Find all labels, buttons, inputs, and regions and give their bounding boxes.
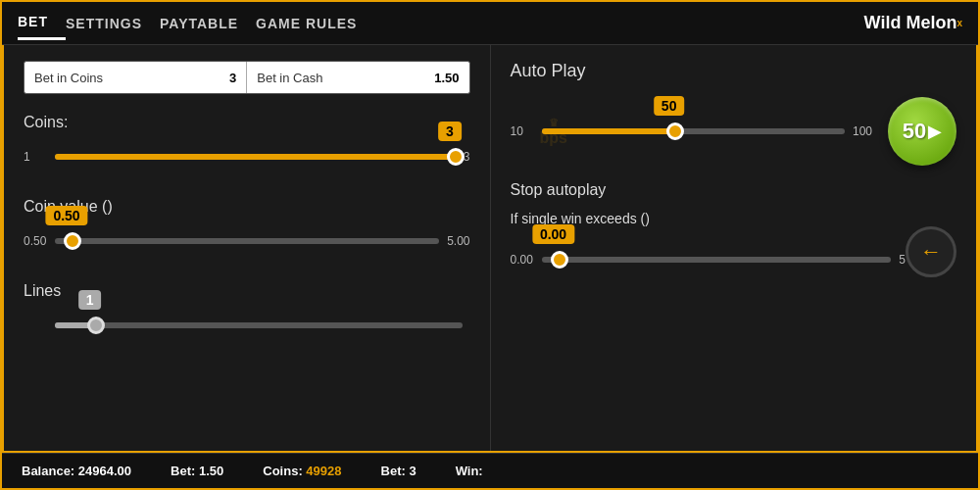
- bet2-item: Bet: 3: [381, 464, 416, 478]
- autoplay-slider-area: ♛ bps 10 50 100: [511, 114, 873, 149]
- coins-slider-section: Coins: 1 3 3: [24, 114, 470, 174]
- bottom-bar: Balance: 24964.00 Bet: 1.50 Coins: 49928…: [2, 453, 978, 488]
- coin-value-slider-wrapper[interactable]: 0.50: [55, 238, 439, 244]
- coins-max: 3: [464, 150, 470, 164]
- lines-track: [55, 322, 463, 328]
- left-panel: Bet in Coins 3 Bet in Cash 1.50 Coins: 1: [4, 45, 491, 451]
- autoplay-track-container: 10 50 100: [511, 114, 873, 149]
- autoplay-button[interactable]: 50 ▶: [888, 97, 956, 166]
- tab-settings[interactable]: SETTINGS: [66, 8, 160, 39]
- main-content: Bet in Coins 3 Bet in Cash 1.50 Coins: 1: [2, 45, 978, 453]
- single-win-slider-wrapper[interactable]: 0.00: [542, 257, 892, 263]
- tab-paytable[interactable]: PAYTABLE: [160, 8, 256, 39]
- single-win-label: If single win exceeds (): [511, 211, 957, 226]
- play-arrow-icon: ▶: [928, 121, 942, 142]
- single-win-thumb[interactable]: 0.00: [551, 251, 568, 269]
- stop-autoplay-label: Stop autoplay: [511, 181, 957, 199]
- coin-value-label: Coin value (): [24, 198, 470, 216]
- coins-label: Coins:: [24, 114, 470, 131]
- autoplay-min: 10: [511, 124, 534, 138]
- bet-cash-value: 1.50: [434, 71, 459, 85]
- back-button[interactable]: ←: [906, 226, 956, 277]
- coins-bottom-item: Coins: 49928: [263, 464, 341, 478]
- bet-item: Bet: 1.50: [171, 464, 223, 478]
- balance-item: Balance: 24964.00: [22, 464, 131, 478]
- autoplay-btn-content: 50 ▶: [903, 119, 942, 144]
- back-arrow-icon: ←: [920, 239, 942, 265]
- coin-value-slider-section: Coin value () 0.50 0.50 5.00: [24, 198, 470, 259]
- single-win-bubble: 0.00: [532, 224, 574, 244]
- single-win-slider-area: 0.00 0.00 5: [511, 242, 906, 277]
- autoplay-track: [542, 128, 845, 134]
- bet-coins-cell: Bet in Coins 3: [24, 62, 247, 93]
- coin-value-thumb[interactable]: 0.50: [64, 232, 81, 250]
- lines-slider-section: Lines 1: [24, 282, 470, 343]
- coin-value-track: [55, 238, 439, 244]
- right-panel: Auto Play ♛ bps 10: [491, 45, 977, 451]
- coin-value-max: 5.00: [447, 234, 469, 248]
- single-win-track: [542, 257, 892, 263]
- bet-value: 1.50: [199, 464, 223, 478]
- coins-min: 1: [24, 150, 47, 164]
- bet-cash-cell: Bet in Cash 1.50: [247, 62, 468, 93]
- single-win-min: 0.00: [511, 253, 534, 267]
- coins-slider-track-container: 1 3 3: [24, 139, 470, 174]
- coin-value-bubble: 0.50: [45, 206, 87, 225]
- win-label: Win:: [456, 464, 483, 478]
- coins-bottom-label: Coins:: [263, 464, 302, 478]
- lines-thumb[interactable]: 1: [87, 317, 105, 334]
- bet2-label: Bet:: [381, 464, 406, 478]
- tab-bet[interactable]: BET: [18, 6, 66, 40]
- coins-bubble: 3: [438, 122, 462, 141]
- bet-label: Bet:: [171, 464, 195, 478]
- bet-info-row: Bet in Coins 3 Bet in Cash 1.50: [24, 61, 470, 94]
- coin-value-min: 0.50: [24, 234, 47, 248]
- app-container: BET SETTINGS PAYTABLE GAME RULES Wild Me…: [0, 0, 980, 490]
- bet-coins-value: 3: [229, 71, 236, 85]
- top-nav: BET SETTINGS PAYTABLE GAME RULES Wild Me…: [2, 2, 978, 45]
- tab-game-rules[interactable]: GAME RULES: [256, 8, 374, 39]
- autoplay-max: 100: [853, 124, 872, 138]
- bet-cash-label: Bet in Cash: [257, 71, 322, 85]
- balance-label: Balance:: [22, 464, 74, 478]
- autoplay-fill: [542, 128, 675, 134]
- coins-slider-wrapper[interactable]: 3: [55, 154, 456, 160]
- autoplay-bubble: 50: [654, 96, 685, 116]
- autoplay-row: ♛ bps 10 50 100: [511, 97, 957, 166]
- app-title: Wild Melonx: [864, 13, 962, 33]
- single-win-row: 0.00 0.00 5 ←: [511, 236, 957, 277]
- coins-thumb[interactable]: 3: [447, 148, 465, 166]
- coins-track: [55, 154, 456, 160]
- lines-slider-wrapper[interactable]: 1: [55, 322, 463, 328]
- autoplay-thumb[interactable]: 50: [666, 122, 684, 140]
- win-item: Win:: [456, 464, 483, 478]
- bet2-value: 3: [409, 464, 416, 478]
- bet-coins-label: Bet in Coins: [34, 71, 103, 85]
- coin-value-track-container: 0.50 0.50 5.00: [24, 223, 470, 259]
- autoplay-title: Auto Play: [511, 61, 957, 81]
- lines-bubble: 1: [78, 290, 102, 310]
- single-win-track-container: 0.00 0.00 5: [511, 242, 906, 277]
- autoplay-slider-wrapper[interactable]: 50: [542, 128, 845, 134]
- coins-bottom-value: 49928: [306, 464, 341, 478]
- balance-value: 24964.00: [78, 464, 131, 478]
- lines-track-container: 1: [24, 308, 470, 343]
- autoplay-btn-number: 50: [903, 119, 926, 144]
- coins-fill: [55, 154, 456, 160]
- single-win-max: 5: [899, 253, 906, 267]
